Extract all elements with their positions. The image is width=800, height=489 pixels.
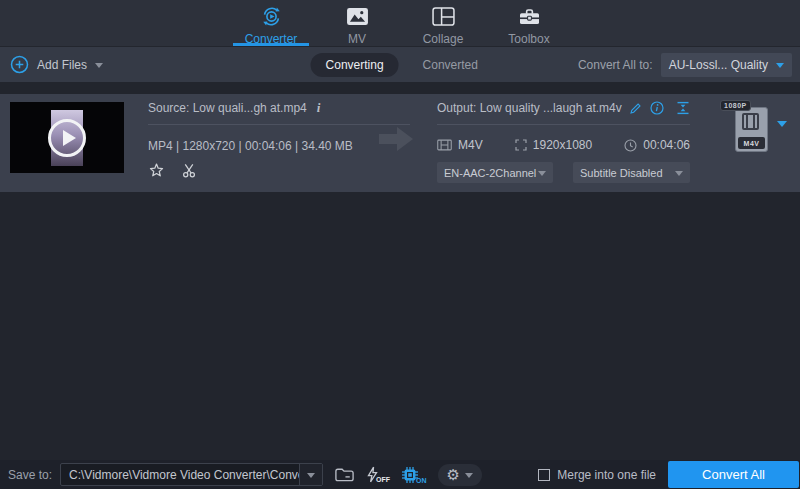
- audio-track-value: EN-AAC-2Channel: [444, 167, 536, 179]
- save-to-label: Save to:: [8, 468, 52, 482]
- add-files-label: Add Files: [37, 58, 87, 72]
- hardware-accel-off-icon[interactable]: OFF: [366, 466, 390, 483]
- profile-film-icon: [742, 113, 759, 130]
- tab-collage[interactable]: Collage: [403, 0, 483, 46]
- settings-button[interactable]: ⚙: [438, 464, 482, 486]
- convert-all-to: Convert All to: AU-Lossl... Quality: [578, 47, 792, 82]
- profile-format-label: M4V: [738, 137, 765, 149]
- film-icon: [437, 139, 452, 151]
- save-path-value[interactable]: C:\Vidmore\Vidmore Video Converter\Conve…: [61, 464, 299, 485]
- mv-icon: [346, 5, 369, 28]
- output-profile-button[interactable]: M4V 1080P: [735, 107, 768, 152]
- clock-icon: [624, 139, 637, 152]
- open-folder-button[interactable]: [334, 466, 355, 483]
- output-filename: Output: Low quality ...laugh at.m4v: [437, 101, 622, 115]
- save-path-dropdown-button[interactable]: [299, 464, 322, 485]
- tab-toolbox[interactable]: Toolbox: [489, 0, 569, 46]
- tab-mv-label: MV: [348, 32, 366, 46]
- content-area: Source: Low quali...gh at.mp4 i MP4 | 12…: [0, 82, 800, 460]
- add-plus-icon: [10, 55, 29, 74]
- add-files-caret-icon: [95, 63, 103, 72]
- convert-all-to-value: AU-Lossl... Quality: [669, 58, 768, 72]
- edit-effects-icon[interactable]: [148, 162, 165, 179]
- collage-icon: [432, 5, 455, 28]
- rename-pencil-icon[interactable]: [629, 102, 642, 115]
- chevron-down-icon: [538, 171, 546, 180]
- chevron-down-icon: [776, 63, 784, 72]
- hw-off-label: OFF: [376, 476, 390, 483]
- profile-caret-icon[interactable]: [777, 127, 787, 145]
- gear-icon: ⚙: [447, 467, 460, 482]
- top-nav: Converter MV: [0, 0, 800, 47]
- source-info-icon[interactable]: i: [317, 100, 321, 116]
- convert-all-button[interactable]: Convert All: [668, 461, 799, 488]
- merge-checkbox[interactable]: [538, 469, 550, 481]
- source-filename: Source: Low quali...gh at.mp4: [148, 101, 307, 115]
- divider: [148, 124, 410, 125]
- output-resolution-value: 1920x1080: [533, 138, 592, 152]
- tab-collage-label: Collage: [423, 32, 464, 46]
- profile-resolution-badge: 1080P: [720, 100, 751, 111]
- convert-all-to-select[interactable]: AU-Lossl... Quality: [661, 53, 792, 77]
- tab-converting[interactable]: Converting: [311, 53, 399, 77]
- arrow-right-icon: [377, 124, 415, 158]
- divider: [437, 124, 690, 125]
- chevron-down-icon: [307, 473, 315, 482]
- save-path-field[interactable]: C:\Vidmore\Vidmore Video Converter\Conve…: [60, 463, 323, 486]
- tab-converted[interactable]: Converted: [415, 53, 486, 77]
- chevron-down-icon: [675, 171, 683, 180]
- output-format-value: M4V: [458, 138, 483, 152]
- subtitle-value: Subtitle Disabled: [580, 167, 663, 179]
- bottom-bar: Save to: C:\Vidmore\Vidmore Video Conver…: [0, 460, 800, 489]
- cut-scissors-icon[interactable]: [181, 162, 198, 179]
- converter-icon: [260, 5, 283, 28]
- add-files-button[interactable]: Add Files: [10, 55, 103, 74]
- output-format-group: M4V: [437, 138, 483, 152]
- gpu-accel-on-icon[interactable]: ON: [401, 466, 427, 484]
- nav-tabs: Converter MV: [231, 0, 569, 46]
- output-duration-value: 00:04:06: [643, 138, 690, 152]
- tab-toolbox-label: Toolbox: [508, 32, 549, 46]
- video-thumbnail[interactable]: [10, 102, 124, 173]
- audio-track-select[interactable]: EN-AAC-2Channel: [437, 162, 553, 183]
- expand-icon: [515, 139, 527, 151]
- output-block: Output: Low quality ...laugh at.m4v: [437, 99, 690, 183]
- toolbox-icon: [518, 5, 541, 28]
- gpu-on-label: ON: [416, 477, 427, 484]
- app-window: Converter MV: [0, 0, 800, 489]
- output-resolution-group: 1920x1080: [515, 138, 592, 152]
- play-icon[interactable]: [48, 119, 86, 157]
- source-block: Source: Low quali...gh at.mp4 i MP4 | 12…: [148, 99, 410, 179]
- convert-all-to-label: Convert All to:: [578, 58, 653, 72]
- source-meta: MP4 | 1280x720 | 00:04:06 | 34.40 MB: [148, 139, 410, 153]
- tab-converter[interactable]: Converter: [231, 0, 311, 46]
- active-tab-underline: [233, 43, 309, 46]
- merge-toggle[interactable]: Merge into one file: [538, 468, 668, 482]
- output-duration-group: 00:04:06: [624, 138, 690, 152]
- subtitle-select[interactable]: Subtitle Disabled: [573, 162, 690, 183]
- merge-label: Merge into one file: [557, 468, 656, 482]
- compress-icon[interactable]: [676, 101, 690, 115]
- chevron-down-icon: [465, 473, 473, 482]
- file-row: Source: Low quali...gh at.mp4 i MP4 | 12…: [0, 94, 800, 192]
- output-info-icon[interactable]: [650, 101, 664, 115]
- tab-mv[interactable]: MV: [317, 0, 397, 46]
- toolbar: Add Files Converting Converted Convert A…: [0, 47, 800, 82]
- queue-tabs: Converting Converted: [311, 47, 486, 82]
